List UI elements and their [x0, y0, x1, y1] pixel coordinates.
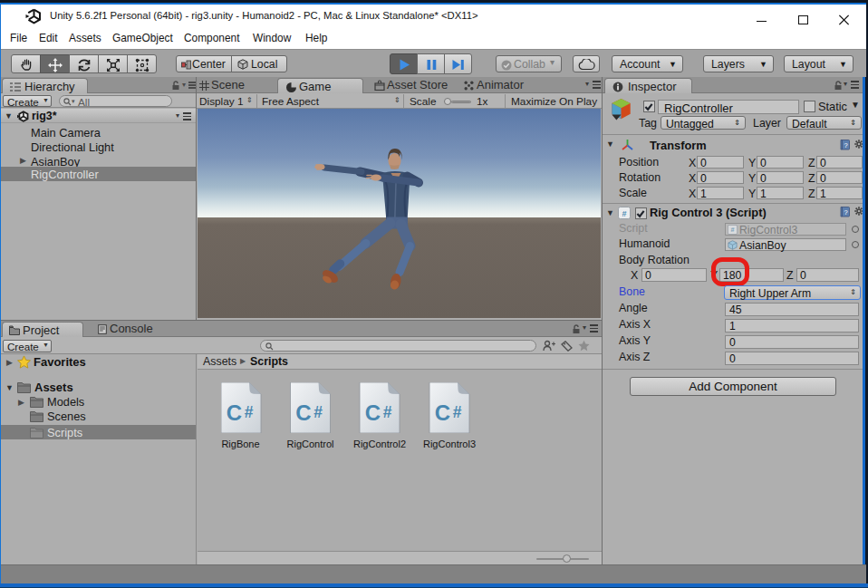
svg-text:?: ? [844, 208, 847, 217]
svg-text:?: ? [844, 141, 847, 149]
svg-text:#: # [622, 209, 626, 218]
svg-text:#: # [731, 227, 735, 233]
